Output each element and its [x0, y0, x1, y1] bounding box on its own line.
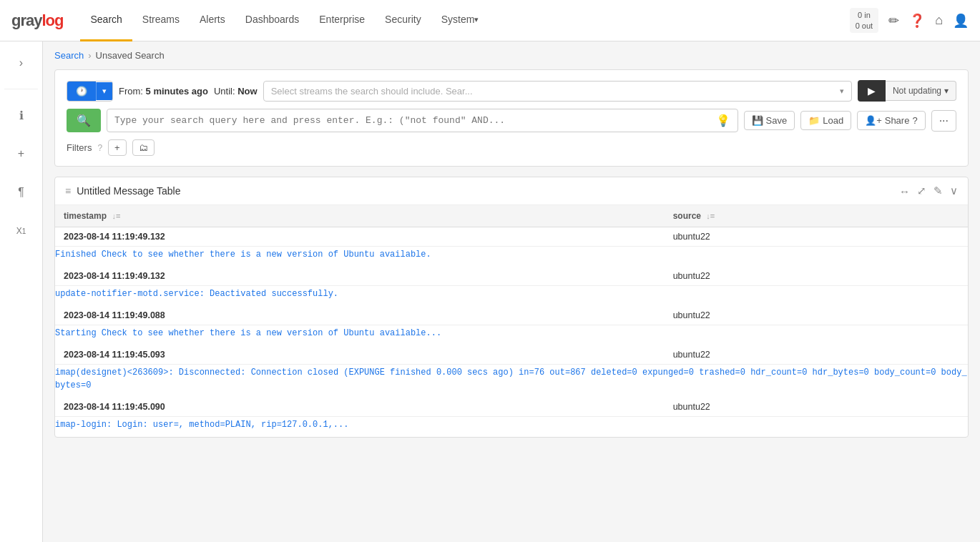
left-sidebar: › ℹ + ¶ X1	[0, 41, 43, 542]
search-row-2: 🔍 💡 💾 Save 📁 Load 👤+ Share	[67, 109, 956, 132]
search-row-1: 🕐 ▾ From: 5 minutes ago Until: Now Selec…	[67, 80, 956, 102]
until-label: Until:	[214, 86, 237, 97]
table-row[interactable]: 2023-08-14 11:19:49.088 ubuntu22	[55, 306, 968, 325]
row-source: ubuntu22	[665, 345, 968, 365]
table-header: timestamp ↓= source ↓=	[55, 205, 968, 227]
row-message: Finished Check to see whether there is a…	[55, 247, 968, 267]
row-timestamp: 2023-08-14 11:19:49.132	[55, 227, 665, 247]
nav-link-dashboards[interactable]: Dashboards	[235, 0, 310, 41]
search-input-area: 💡	[107, 109, 738, 132]
table-row[interactable]: 2023-08-14 11:19:49.132 ubuntu22	[55, 267, 968, 286]
stream-select[interactable]: Select streams the search should include…	[263, 81, 852, 102]
row-timestamp: 2023-08-14 11:19:49.088	[55, 306, 665, 325]
row-timestamp: 2023-08-14 11:19:45.093	[55, 345, 665, 365]
share-button[interactable]: 👤+ Share ?	[857, 111, 926, 130]
nav-link-system[interactable]: System	[431, 0, 489, 41]
traffic-out: 0 out	[856, 21, 873, 31]
nav-links: SearchStreamsAlertsDashboardsEnterpriseS…	[80, 0, 849, 41]
nav-link-security[interactable]: Security	[375, 0, 431, 41]
load-button[interactable]: 📁 Load	[800, 111, 851, 130]
save-button[interactable]: 💾 Save	[744, 111, 795, 130]
panel-drag-icon: ≡	[65, 185, 71, 197]
filter-folder-button[interactable]: 🗂	[132, 139, 155, 156]
logo-log: log	[41, 11, 63, 30]
panel-resize-icon[interactable]: ↔	[899, 185, 910, 197]
table-row-detail: imap-login: Login: user=, method=PLAIN, …	[55, 417, 968, 438]
message-table: timestamp ↓= source ↓= 2023-08-14 11:19:…	[55, 205, 968, 437]
time-range-until: Until: Now	[214, 86, 258, 97]
filters-label: Filters	[67, 142, 92, 153]
nav-link-streams[interactable]: Streams	[132, 0, 190, 41]
sidebar-divider-1	[4, 89, 38, 89]
search-submit-button[interactable]: 🔍	[67, 109, 101, 132]
save-disk-icon: 💾	[752, 115, 763, 126]
traffic-in: 0 in	[858, 10, 871, 20]
col-timestamp-label: timestamp	[64, 211, 107, 221]
plus-sidebar-icon[interactable]: +	[9, 141, 34, 167]
info-sidebar-icon[interactable]: ℹ	[9, 102, 34, 128]
table-row[interactable]: 2023-08-14 11:19:45.090 ubuntu22	[55, 398, 968, 417]
table-row-detail: update-notifier-motd.service: Deactivate…	[55, 286, 968, 307]
traffic-badge: 0 in 0 out	[850, 8, 878, 33]
subscript-sidebar-icon[interactable]: X1	[9, 218, 34, 244]
user-nav-icon[interactable]: 👤	[953, 13, 969, 29]
row-message: imap(designet)<263609>: Disconnected: Co…	[55, 365, 968, 398]
nav-link-enterprise[interactable]: Enterprise	[309, 0, 375, 41]
table-row-detail: imap(designet)<263609>: Disconnected: Co…	[55, 365, 968, 398]
home-nav-icon[interactable]: ⌂	[935, 13, 943, 28]
message-table-panel: ≡ Untitled Message Table ↔ ⤢ ✎ ∨ timesta…	[54, 177, 969, 438]
time-dropdown-button[interactable]: ▾	[96, 82, 112, 100]
stream-dropdown-arrow: ▾	[840, 87, 844, 96]
nav-link-alerts[interactable]: Alerts	[190, 0, 235, 41]
from-value: 5 minutes ago	[146, 86, 208, 97]
panel-collapse-icon[interactable]: ∨	[950, 184, 958, 197]
logo[interactable]: graylog	[11, 11, 63, 30]
collapse-sidebar-icon[interactable]: ›	[9, 50, 34, 76]
not-updating-arrow: ▾	[944, 86, 949, 96]
panel-header: ≡ Untitled Message Table ↔ ⤢ ✎ ∨	[55, 177, 968, 205]
panel-edit-icon[interactable]: ✎	[934, 184, 943, 197]
column-source[interactable]: source ↓=	[665, 205, 968, 227]
lightbulb-icon: 💡	[716, 114, 730, 127]
breadcrumb: Search › Unsaved Search	[54, 50, 969, 61]
row-timestamp: 2023-08-14 11:19:45.090	[55, 398, 665, 417]
row-source: ubuntu22	[665, 267, 968, 286]
row-source: ubuntu22	[665, 398, 968, 417]
until-value: Now	[237, 86, 257, 97]
breadcrumb-separator: ›	[88, 50, 91, 61]
row-source: ubuntu22	[665, 306, 968, 325]
share-help-icon: ?	[912, 115, 917, 126]
row-timestamp: 2023-08-14 11:19:49.132	[55, 267, 665, 286]
run-btn-group: ▶ Not updating ▾	[858, 80, 956, 102]
more-button[interactable]: ···	[931, 110, 956, 132]
table-row-detail: Starting Check to see whether there is a…	[55, 325, 968, 346]
main-content: Search › Unsaved Search 🕐 ▾ From: 5 minu…	[43, 41, 980, 542]
table-row[interactable]: 2023-08-14 11:19:49.132 ubuntu22	[55, 227, 968, 247]
search-input[interactable]	[114, 115, 713, 126]
panel-expand-icon[interactable]: ⤢	[917, 184, 926, 197]
time-range-from: From: 5 minutes ago	[119, 86, 208, 97]
nav-link-search[interactable]: Search	[80, 0, 132, 41]
col-source-label: source	[673, 211, 701, 221]
table-row[interactable]: 2023-08-14 11:19:45.093 ubuntu22	[55, 345, 968, 365]
time-button[interactable]: 🕐	[67, 82, 96, 101]
logo-gray: gray	[11, 11, 41, 30]
load-label: Load	[823, 115, 843, 126]
not-updating-button[interactable]: Not updating ▾	[886, 81, 956, 101]
table-row-detail: Finished Check to see whether there is a…	[55, 247, 968, 267]
breadcrumb-current: Unsaved Search	[96, 50, 165, 61]
from-label: From:	[119, 86, 146, 97]
breadcrumb-link[interactable]: Search	[54, 50, 84, 61]
share-label: Share	[885, 115, 910, 126]
panel-title-group: ≡ Untitled Message Table	[65, 185, 180, 197]
filters-row: Filters ? + 🗂	[67, 139, 956, 156]
filter-add-button[interactable]: +	[108, 139, 127, 156]
help-nav-icon[interactable]: ❓	[909, 13, 925, 29]
column-timestamp[interactable]: timestamp ↓=	[55, 205, 665, 227]
share-user-icon: 👤+	[865, 115, 882, 126]
run-button[interactable]: ▶	[858, 80, 886, 102]
paragraph-sidebar-icon[interactable]: ¶	[9, 179, 34, 205]
row-source: ubuntu22	[665, 227, 968, 247]
edit-nav-icon[interactable]: ✏	[888, 13, 899, 29]
time-btn-group: 🕐 ▾	[67, 81, 113, 102]
